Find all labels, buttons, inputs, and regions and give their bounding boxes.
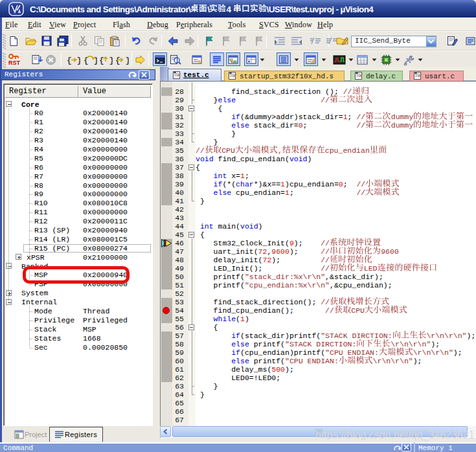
svg-text:{ }: { } bbox=[67, 56, 80, 65]
svg-text:RST: RST bbox=[8, 60, 21, 66]
svg-text:{ }: { } bbox=[84, 56, 97, 65]
svg-text:s: s bbox=[198, 58, 201, 65]
